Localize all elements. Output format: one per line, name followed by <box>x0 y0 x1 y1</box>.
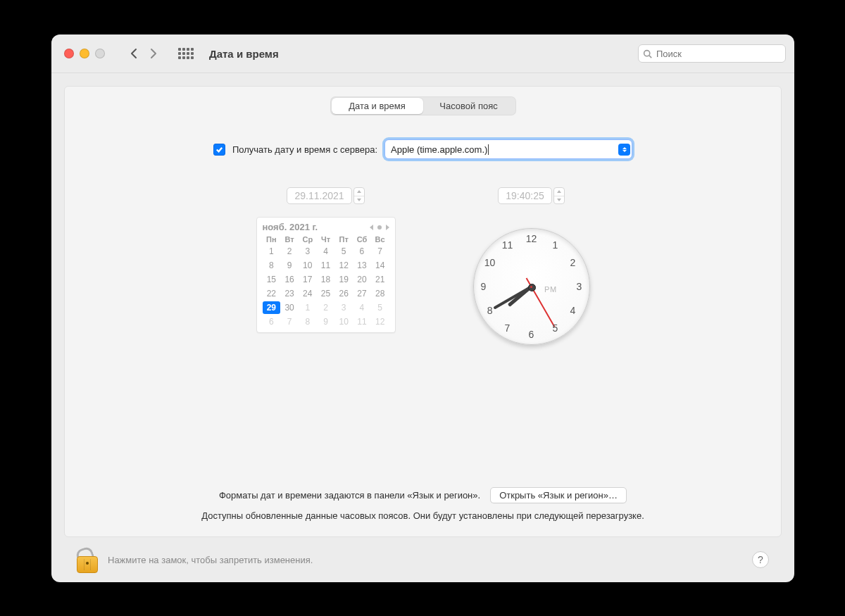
calendar-header: нояб. 2021 г. <box>263 222 389 232</box>
formats-row: Форматы дат и времени задаются в панели … <box>219 487 627 503</box>
time-step-up <box>554 188 564 196</box>
dropdown-icon[interactable] <box>618 144 630 156</box>
time-column: 19:40:25 PM 12123456789 <box>473 187 590 345</box>
search-input[interactable] <box>655 48 781 60</box>
calendar-day: 28 <box>371 287 389 300</box>
calendar-day: 13 <box>353 259 371 272</box>
calendar-day: 1 <box>263 245 281 258</box>
main-panel: Дата и время Часовой пояс Получать дату … <box>64 86 782 537</box>
calendar-day: 3 <box>299 245 317 258</box>
time-step-down <box>554 196 564 204</box>
text-caret <box>488 144 489 155</box>
zoom-window-button <box>95 49 105 58</box>
calendar-day: 26 <box>334 287 353 300</box>
close-window-button[interactable] <box>64 49 74 58</box>
back-button[interactable] <box>125 45 143 62</box>
help-button[interactable]: ? <box>752 551 769 568</box>
forward-button <box>144 45 163 62</box>
clock-number: 12 <box>526 233 537 244</box>
tab-timezone[interactable]: Часовой пояс <box>423 98 515 114</box>
calendar-next <box>386 225 389 230</box>
calendar-day: 16 <box>280 273 299 286</box>
window-controls <box>64 49 105 58</box>
clock-number: 4 <box>570 305 575 316</box>
tab-datetime[interactable]: Дата и время <box>332 98 423 114</box>
date-stepper-field: 29.11.2021 <box>287 187 364 204</box>
minimize-window-button[interactable] <box>80 49 89 58</box>
calendar-day: 24 <box>299 287 317 300</box>
analog-clock-wrap: PM 121234567891011 <box>473 228 590 345</box>
calendar-dow: Чт <box>317 235 335 244</box>
calendar-day: 1 <box>299 301 317 314</box>
search-icon <box>643 49 652 58</box>
calendar-prev <box>370 225 373 230</box>
chevron-right-icon <box>150 48 157 59</box>
date-value: 29.11.2021 <box>287 187 351 204</box>
tab-bar: Дата и время Часовой пояс <box>330 96 516 115</box>
calendar-day: 7 <box>371 245 389 258</box>
open-language-region-button[interactable]: Открыть «Язык и регион»… <box>490 487 627 503</box>
formats-text: Форматы дат и времени задаются в панели … <box>219 490 480 501</box>
clock-number: 9 <box>481 281 487 292</box>
time-server-combo[interactable]: Apple (time.apple.com.) <box>384 139 632 159</box>
calendar-day: 14 <box>371 259 389 272</box>
tz-update-text: Доступны обновленные данные часовых пояс… <box>201 510 644 521</box>
date-time-columns: 29.11.2021 нояб. 2021 г. <box>65 187 781 345</box>
auto-time-checkbox[interactable] <box>213 144 225 156</box>
calendar-day: 8 <box>299 315 317 328</box>
auto-time-label: Получать дату и время с сервера: <box>232 144 377 155</box>
calendar-day: 21 <box>371 273 389 286</box>
calendar: нояб. 2021 г. ПнВтСрЧтПтСбВс123456789101… <box>256 217 396 333</box>
calendar-day: 30 <box>280 301 299 314</box>
titlebar: Дата и время <box>51 34 794 73</box>
date-stepper <box>353 187 365 204</box>
calendar-day: 20 <box>353 273 371 286</box>
calendar-day: 15 <box>263 273 281 286</box>
window-title: Дата и время <box>209 48 279 60</box>
clock-number: 2 <box>570 257 575 268</box>
footer: Нажмите на замок, чтобы запретить измене… <box>64 537 782 582</box>
svg-point-0 <box>644 50 650 56</box>
calendar-dow: Вс <box>371 235 389 244</box>
calendar-dow: Вт <box>280 235 299 244</box>
time-stepper-field: 19:40:25 <box>498 187 565 204</box>
date-column: 29.11.2021 нояб. 2021 г. <box>256 187 396 345</box>
calendar-day: 7 <box>280 315 299 328</box>
lock-body-icon <box>77 556 98 573</box>
calendar-day: 25 <box>317 287 335 300</box>
calendar-day: 11 <box>317 259 335 272</box>
clock-number: 6 <box>529 329 534 340</box>
time-stepper <box>553 187 565 204</box>
calendar-day: 5 <box>334 245 353 258</box>
show-all-button[interactable] <box>178 48 195 59</box>
calendar-day: 8 <box>263 259 281 272</box>
check-icon <box>215 146 223 153</box>
calendar-today <box>377 225 382 230</box>
lock-text: Нажмите на замок, чтобы запретить измене… <box>108 555 313 565</box>
calendar-day: 3 <box>334 301 353 314</box>
nav-arrows <box>125 45 163 62</box>
clock-number: 10 <box>484 257 496 268</box>
calendar-day: 6 <box>353 245 371 258</box>
clock-number: 11 <box>502 239 513 251</box>
calendar-day: 5 <box>371 301 389 314</box>
search-field[interactable] <box>638 44 786 63</box>
clock-number: 3 <box>577 281 582 292</box>
auto-time-row: Получать дату и время с сервера: Apple (… <box>213 139 632 159</box>
ampm-label: PM <box>544 285 557 294</box>
calendar-dow: Ср <box>299 235 317 244</box>
calendar-day: 4 <box>317 245 335 258</box>
calendar-dow: Пт <box>334 235 353 244</box>
calendar-day: 9 <box>317 315 335 328</box>
calendar-day: 9 <box>280 259 299 272</box>
calendar-day: 23 <box>280 287 299 300</box>
calendar-day: 12 <box>371 315 389 328</box>
calendar-day: 17 <box>299 273 317 286</box>
clock-number: 1 <box>553 239 558 251</box>
calendar-day: 27 <box>353 287 371 300</box>
content: Дата и время Часовой пояс Получать дату … <box>51 73 794 582</box>
date-step-up <box>354 188 364 196</box>
clock-pin <box>528 284 536 291</box>
calendar-day: 19 <box>334 273 353 286</box>
lock-button[interactable] <box>77 546 98 573</box>
